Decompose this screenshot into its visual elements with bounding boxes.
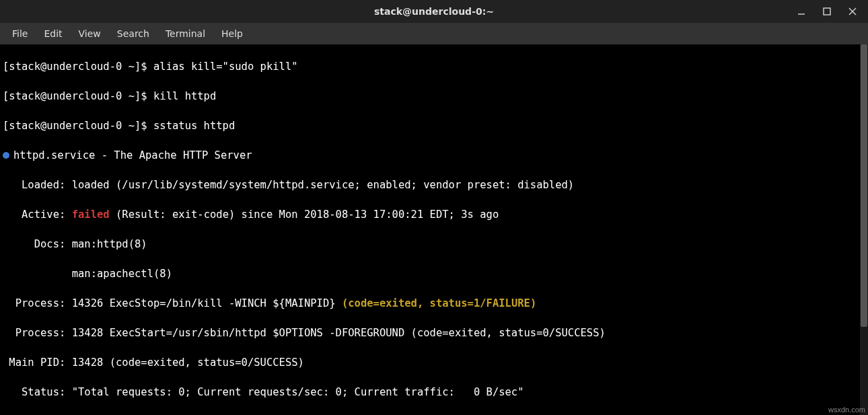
menu-terminal[interactable]: Terminal bbox=[157, 26, 213, 42]
prompt: [stack@undercloud-0 ~]$ bbox=[3, 61, 153, 73]
maximize-icon[interactable] bbox=[821, 5, 833, 17]
titlebar: stack@undercloud-0:~ bbox=[0, 0, 868, 23]
menu-edit[interactable]: Edit bbox=[36, 26, 70, 42]
service-header: httpd.service - The Apache HTTP Server bbox=[13, 149, 252, 161]
output-line: Loaded: loaded (/usr/lib/systemd/system/… bbox=[3, 178, 865, 192]
output-line: Docs: man:httpd(8) bbox=[3, 237, 865, 252]
command: kill httpd bbox=[153, 90, 216, 102]
status-failure-code: (code=exited, status=1/FAILURE) bbox=[342, 297, 536, 309]
svg-rect-1 bbox=[824, 8, 830, 15]
output-line: Main PID: 13428 (code=exited, status=0/S… bbox=[3, 355, 865, 370]
menu-help[interactable]: Help bbox=[213, 26, 251, 42]
status-failed: failed bbox=[72, 209, 110, 221]
output-line: Process: 14326 ExecStop=/bin/kill -WINCH… bbox=[3, 296, 865, 311]
window-controls bbox=[795, 0, 865, 23]
menu-file[interactable]: File bbox=[4, 26, 36, 42]
menu-view[interactable]: View bbox=[71, 26, 109, 42]
watermark: wsxdn.com bbox=[828, 406, 865, 414]
output-line: Status: "Total requests: 0; Current requ… bbox=[3, 385, 865, 400]
output-line: man:apachectl(8) bbox=[3, 266, 865, 281]
menu-search[interactable]: Search bbox=[109, 26, 157, 42]
output-line: Process: 13428 ExecStart=/usr/sbin/httpd… bbox=[3, 326, 865, 340]
prompt: [stack@undercloud-0 ~]$ bbox=[3, 90, 153, 102]
output-line: httpd.service - The Apache HTTP Server bbox=[3, 148, 865, 163]
text: Process: 14326 ExecStop=/bin/kill -WINCH… bbox=[3, 297, 342, 309]
status-bullet-icon bbox=[3, 152, 9, 159]
close-icon[interactable] bbox=[846, 5, 859, 17]
output-line: Active: failed (Result: exit-code) since… bbox=[3, 207, 865, 222]
scrollbar[interactable] bbox=[860, 44, 868, 415]
prompt-line: [stack@undercloud-0 ~]$ kill httpd bbox=[3, 89, 865, 104]
prompt: [stack@undercloud-0 ~]$ bbox=[3, 120, 153, 132]
command: sstatus httpd bbox=[153, 120, 235, 132]
command: alias kill="sudo pkill" bbox=[153, 61, 298, 73]
prompt-line: [stack@undercloud-0 ~]$ sstatus httpd bbox=[3, 118, 865, 133]
label: Active: bbox=[3, 209, 72, 221]
window-title: stack@undercloud-0:~ bbox=[374, 6, 494, 17]
text: (Result: exit-code) since Mon 2018-08-13… bbox=[110, 209, 499, 221]
menubar: File Edit View Search Terminal Help bbox=[0, 23, 868, 44]
minimize-icon[interactable] bbox=[795, 5, 807, 17]
terminal-output[interactable]: [stack@undercloud-0 ~]$ alias kill="sudo… bbox=[0, 44, 868, 415]
prompt-line: [stack@undercloud-0 ~]$ alias kill="sudo… bbox=[3, 59, 865, 74]
scrollbar-thumb[interactable] bbox=[861, 44, 867, 327]
